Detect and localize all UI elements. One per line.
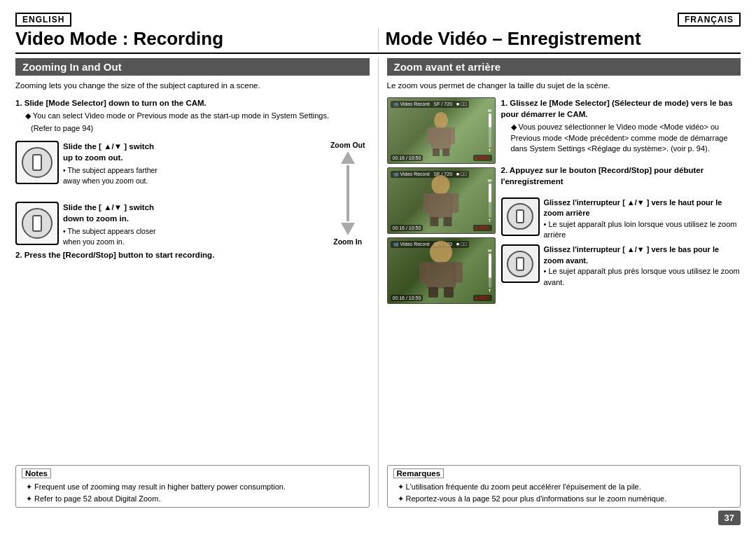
titles-row: Video Mode : Recording Mode Vidéo – Enre… [15, 28, 741, 54]
section-header-fr: Zoom avant et arrière [387, 58, 741, 76]
zoom-down-title: Slide the [ ▲/▼ ] switch down to zoom in… [63, 202, 161, 224]
cam-overlay-bottom-1: 00:16 / 10:50 ● REC [391, 155, 492, 161]
intro-text-fr: Le zoom vous permet de changer la taille… [387, 80, 741, 92]
cam-image-2: 📹 Video Record SF / 720 ■ □□ [387, 167, 496, 234]
cam-screen-3: 📹 Video Record SF / 720 ■ □□ [388, 238, 495, 303]
cam-overlay-bottom-3: 00:16 / 10:50 ● REC [391, 295, 492, 301]
title-right: Mode Vidéo – Enregistrement [378, 28, 741, 53]
cam-rec-3: ● REC [473, 295, 492, 301]
lang-label-francais: FRANÇAIS [678, 13, 741, 27]
remarque-item-2: Reportez-vous à la page 52 pour plus d'i… [398, 493, 735, 505]
notes-box: Notes Frequent use of zooming may result… [15, 465, 370, 508]
language-row: ENGLISH FRANÇAIS [15, 13, 741, 27]
zoom-box-down [15, 202, 59, 245]
cam-overlay-bottom-2: 00:16 / 10:50 ● REC [391, 225, 492, 231]
zoom-up-title-fr: Glissez l'interrupteur [ ▲/▼ ] vers le h… [544, 197, 741, 219]
intro-text-en: Zooming lets you change the size of the … [15, 80, 370, 92]
step1-en: 1. Slide [Mode Selector] down to turn on… [15, 97, 370, 135]
arrow-down-icon [341, 223, 355, 235]
zoom-out-label: Zoom Out [330, 141, 365, 149]
notes-item-2: Refer to page 52 about Digital Zoom. [26, 493, 363, 505]
bar-fill-3 [489, 253, 491, 277]
joystick-inner-up [32, 154, 42, 171]
joystick-up [22, 147, 52, 178]
step1-fr: 1. Glissez le [Mode Selector] (Sélecteur… [501, 97, 741, 155]
cam-time-3: 00:16 / 10:50 [391, 295, 424, 301]
fr-joystick-down: Glissez l'interrupteur [ ▲/▼ ] vers le b… [501, 244, 741, 288]
step2-title-en: 2. Press the [Record/Stop] button to sta… [15, 249, 370, 260]
svg-point-6 [432, 175, 450, 195]
title-left: Video Mode : Recording [15, 28, 378, 53]
page-number: 37 [718, 510, 741, 525]
step2-en: 2. Press the [Record/Stop] button to sta… [15, 249, 370, 263]
person-svg-1 [420, 111, 462, 156]
person-svg-2 [415, 174, 468, 226]
main-content: Zooming In and Out Zooming lets you chan… [15, 58, 741, 508]
remarque-item-1: L'utilisation fréquente du zoom peut acc… [398, 481, 735, 493]
w-label-3: W [488, 249, 492, 253]
step2-title-fr: 2. Appuyez sur le bouton [Record/Stop] p… [501, 165, 741, 187]
svg-point-0 [434, 112, 448, 129]
cam-screen-1: 📹 Video Record SF / 720 ■ □□ [388, 98, 495, 163]
step1-title-en: 1. Slide [Mode Selector] down to turn on… [15, 97, 370, 109]
page: ENGLISH FRANÇAIS Video Mode : Recording … [0, 0, 756, 535]
cam-image-1: 📹 Video Record SF / 720 ■ □□ [387, 97, 496, 164]
step1-title-fr: 1. Glissez le [Mode Selector] (Sélecteur… [501, 97, 741, 120]
fr-joystick-inner-down [516, 257, 524, 271]
page-number-area: 37 [15, 510, 741, 525]
zoom-down-bullet-fr: Le sujet apparaît plus près lorsque vous… [544, 266, 741, 288]
notes-label: Notes [22, 468, 51, 478]
cam-time-1: 00:16 / 10:50 [391, 155, 424, 161]
col-right: Zoom avant et arrière Le zoom vous perme… [379, 58, 741, 508]
cam-side-bar-2: W T [487, 179, 493, 223]
svg-rect-2 [427, 127, 434, 144]
t-label-2: T [489, 218, 491, 223]
svg-rect-8 [424, 193, 432, 213]
svg-rect-15 [453, 262, 463, 283]
cam-image-3: 📹 Video Record SF / 720 ■ □□ [387, 237, 496, 304]
svg-rect-1 [431, 127, 451, 150]
svg-rect-13 [426, 262, 456, 289]
step2-fr: 2. Appuyez sur le bouton [Record/Stop] p… [501, 165, 741, 189]
svg-rect-14 [419, 262, 429, 283]
cam-screen-2: 📹 Video Record SF / 720 ■ □□ [388, 168, 495, 233]
lang-label-english: ENGLISH [15, 13, 71, 27]
section-header-en: Zooming In and Out [15, 58, 370, 76]
zoom-boxes: Slide the [ ▲/▼ ] switch up to zoom out.… [15, 141, 161, 246]
cam-side-bar-1: W T [487, 109, 493, 153]
t-label-1: T [489, 148, 491, 153]
cam-side-bar-3: W T [487, 249, 493, 293]
joystick-inner-down [32, 215, 42, 232]
zoom-up-title: Slide the [ ▲/▼ ] switch up to zoom out. [63, 141, 161, 163]
cam-badge-1: 📹 Video Record SF / 720 ■ □□ [391, 101, 469, 108]
zoom-up-bullet: The subject appears farther away when yo… [63, 165, 161, 186]
cam-rec-1: ● REC [473, 155, 492, 161]
w-label-2: W [488, 179, 492, 183]
joystick-down [22, 208, 52, 239]
zoom-down-bullet: The subject appears closer when you zoom… [63, 226, 161, 246]
person-svg-3 [410, 240, 472, 298]
step1-bullet1-fr: Vous pouvez sélectionner le Video mode <… [511, 122, 741, 154]
fr-joystick-up: Glissez l'interrupteur [ ▲/▼ ] vers le h… [501, 197, 741, 241]
arrow-up-icon [341, 151, 355, 164]
zoom-down-title-fr: Glissez l'interrupteur [ ▲/▼ ] vers le b… [544, 244, 741, 266]
fr-zoom-box-up [501, 197, 540, 236]
arrow-line [346, 165, 349, 221]
col-left: Zooming In and Out Zooming lets you chan… [15, 58, 379, 508]
fr-zoom-box-down [501, 244, 540, 283]
bar-fill-1 [489, 113, 491, 127]
t-label-3: T [489, 289, 491, 293]
bar-track-3 [489, 253, 491, 288]
zoom-box-up [15, 141, 59, 184]
remarques-box: Remarques L'utilisation fréquente du zoo… [387, 465, 741, 508]
svg-rect-3 [448, 127, 455, 144]
step1-bullet1-en: You can select Video mode or Previous mo… [25, 111, 370, 121]
zoom-up-bullets: The subject appears farther away when yo… [63, 165, 161, 186]
zoom-in-label: Zoom In [333, 237, 362, 246]
fr-joystick-down-icon [507, 251, 533, 277]
svg-point-12 [430, 241, 452, 263]
svg-rect-9 [451, 193, 459, 213]
zoom-up-bullet-fr: Le sujet apparaît plus loin lorsque vous… [544, 219, 741, 241]
notes-item-1: Frequent use of zooming may result in hi… [26, 481, 363, 493]
fr-joystick-up-icon [507, 203, 533, 230]
